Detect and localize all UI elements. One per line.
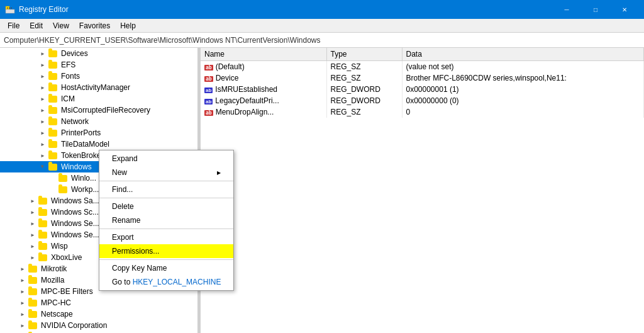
reg-sz-icon: ab	[204, 65, 213, 71]
reg-dword-icon: ab	[204, 87, 213, 93]
table-row[interactable]: abMenuDropAlign...REG_SZ0	[201, 106, 644, 118]
tree-item[interactable]: ►Fonts	[0, 71, 197, 82]
tree-item-label: Mikrotik	[41, 264, 67, 273]
tree-item[interactable]: ►HostActivityManager	[0, 82, 197, 93]
context-menu-item-expand[interactable]: Expand	[99, 152, 233, 166]
registry-type-cell: REG_SZ	[326, 106, 402, 118]
context-menu-item-new[interactable]: New▶	[99, 166, 233, 179]
tree-arrow-icon: ►	[38, 60, 48, 70]
tree-item-label: HostActivityManager	[61, 83, 130, 92]
tree-arrow-icon: ►	[28, 230, 38, 240]
tree-arrow-icon: ►	[28, 241, 38, 251]
menu-separator	[99, 229, 233, 229]
tree-arrow-icon: ►	[38, 128, 48, 138]
context-menu: ExpandNew▶Find...DeleteRenameExportPermi…	[99, 150, 234, 291]
context-menu-item-copy-key-name[interactable]: Copy Key Name	[99, 261, 233, 275]
folder-icon	[58, 184, 68, 195]
context-menu-item-find---[interactable]: Find...	[99, 183, 233, 196]
app-icon	[5, 4, 15, 14]
svg-rect-4	[11, 8, 12, 9]
folder-icon	[38, 230, 48, 240]
registry-data-cell: (value not set)	[402, 60, 644, 72]
menu-item-help[interactable]: Help	[115, 20, 141, 31]
tree-item-label: Mozilla	[41, 276, 64, 285]
context-menu-item-permissions---[interactable]: Permissions...	[99, 244, 233, 258]
tree-item-label: Workp...	[71, 185, 99, 194]
context-menu-item-export[interactable]: Export	[99, 230, 233, 244]
registry-type-cell: REG_SZ	[326, 60, 402, 72]
tree-arrow-icon: ►	[18, 286, 28, 296]
context-menu-item-go-to-hkey-local-machine[interactable]: Go to HKEY_LOCAL_MACHINE	[99, 275, 233, 289]
tree-item-label: Windows Se...	[51, 230, 99, 239]
menu-item-file[interactable]: File	[3, 20, 25, 31]
context-menu-item-delete[interactable]: Delete	[99, 200, 233, 213]
tree-arrow-icon: ►	[38, 162, 48, 172]
svg-rect-2	[7, 8, 8, 9]
folder-icon	[38, 241, 48, 251]
tree-item-label: MPC-BE Filters	[41, 287, 93, 296]
menu-item-label: Find...	[112, 185, 133, 194]
tree-arrow-icon: ►	[38, 82, 48, 93]
tree-item-label: Windows Sa...	[51, 196, 99, 205]
tree-item[interactable]: ►NVIDIA Corporation	[0, 320, 197, 331]
tree-item[interactable]: ►MsiCorruptedFileRecovery	[0, 104, 197, 116]
tree-arrow-icon: ►	[18, 275, 28, 285]
context-menu-item-rename[interactable]: Rename	[99, 213, 233, 227]
tree-item[interactable]: ►EFS	[0, 59, 197, 71]
tree-item[interactable]: ►Netscape	[0, 308, 197, 320]
menu-item-favorites[interactable]: Favorites	[74, 20, 115, 31]
tree-item-label: EFS	[61, 60, 75, 69]
menu-bar: FileEditViewFavoritesHelp	[0, 19, 644, 33]
tree-item-label: Winlo...	[71, 174, 96, 183]
tree-arrow-icon: ►	[18, 264, 28, 274]
folder-icon	[28, 275, 38, 285]
close-button[interactable]: ✕	[610, 0, 639, 19]
tree-item[interactable]: ►Devices	[0, 48, 197, 59]
tree-arrow-icon: ►	[28, 196, 38, 206]
menu-separator	[99, 181, 233, 181]
tree-arrow-icon: ►	[28, 218, 38, 229]
tree-item-label: Windows Se...	[51, 219, 99, 228]
folder-icon	[48, 105, 58, 115]
folder-icon	[48, 162, 58, 172]
registry-name-cell: abDevice	[201, 72, 326, 84]
menu-item-view[interactable]: View	[48, 20, 74, 31]
menu-item-label: Export	[112, 233, 134, 242]
menu-item-edit[interactable]: Edit	[25, 20, 48, 31]
tree-item[interactable]: ►MPC-HC	[0, 297, 197, 308]
folder-icon	[48, 48, 58, 59]
maximize-button[interactable]: □	[581, 0, 610, 19]
folder-icon	[48, 94, 58, 104]
tree-item[interactable]: ►PrinterPorts	[0, 127, 197, 138]
tree-item-label: MsiCorruptedFileRecovery	[61, 106, 150, 115]
folder-icon	[48, 139, 58, 149]
tree-arrow-icon: ►	[28, 207, 38, 217]
registry-scroll[interactable]: Name Type Data ab(Default)REG_SZ(value n…	[201, 48, 644, 333]
tree-item[interactable]: ►ICM	[0, 93, 197, 104]
menu-separator	[99, 259, 233, 260]
menu-item-label: Expand	[112, 154, 138, 163]
tree-item[interactable]: ►Network	[0, 116, 197, 127]
folder-icon	[28, 286, 38, 296]
folder-icon	[48, 71, 58, 81]
table-row[interactable]: abIsMRUEstablishedREG_DWORD0x00000001 (1…	[201, 84, 644, 95]
folder-icon	[48, 82, 58, 93]
tree-item-label: TokenBroker	[61, 151, 103, 160]
tree-arrow-icon: ►	[38, 48, 48, 59]
menu-item-label: Rename	[112, 216, 140, 225]
registry-type-cell: REG_DWORD	[326, 95, 402, 106]
menu-item-label: Go to HKEY_LOCAL_MACHINE	[112, 278, 221, 286]
folder-icon	[38, 207, 48, 217]
registry-data-cell: 0x00000001 (1)	[402, 84, 644, 95]
table-row[interactable]: ab(Default)REG_SZ(value not set)	[201, 60, 644, 72]
folder-icon	[58, 173, 68, 183]
address-bar: Computer\HKEY_CURRENT_USER\Software\Micr…	[0, 33, 644, 48]
tree-arrow-icon: ►	[28, 252, 38, 262]
tree-arrow-icon: ►	[38, 105, 48, 115]
tree-item[interactable]: ►TileDataModel	[0, 138, 197, 150]
folder-icon	[48, 150, 58, 161]
table-row[interactable]: abDeviceREG_SZBrother MFC-L8690CDW serie…	[201, 72, 644, 84]
minimize-button[interactable]: ─	[552, 0, 581, 19]
folder-icon	[48, 116, 58, 127]
table-row[interactable]: abLegacyDefaultPri...REG_DWORD0x00000000…	[201, 95, 644, 106]
